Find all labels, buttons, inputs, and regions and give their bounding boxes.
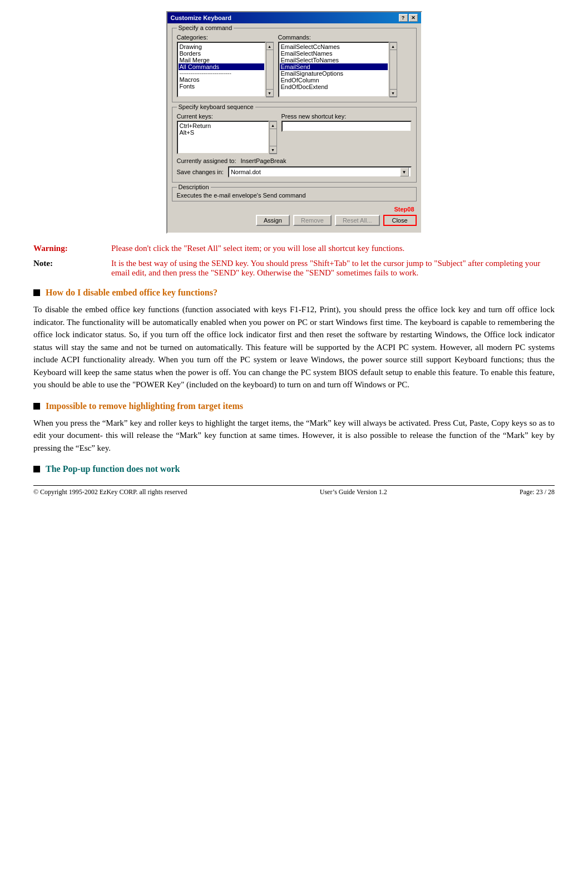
close-button[interactable]: Close [383, 215, 417, 226]
specify-command-label: Specify a command [177, 24, 234, 31]
shortcut-key-input[interactable] [281, 121, 412, 132]
category-fonts[interactable]: Fonts [179, 83, 264, 90]
note-section: Note: It is the best way of using the SE… [33, 259, 555, 278]
bullet-icon-3 [33, 466, 40, 472]
scroll-up-arrow[interactable]: ▲ [266, 42, 274, 50]
keyboard-seq-columns: Current keys: Ctrl+Return Alt+S ▲ ▼ [177, 113, 412, 154]
current-keys-label: Current keys: [177, 113, 277, 120]
scroll-down-arrow[interactable]: ▼ [266, 89, 274, 97]
section-popup-title: The Pop-up function does not work [46, 464, 180, 474]
section-impossible-heading: Impossible to remove highlighting from t… [33, 401, 555, 411]
save-changes-row: Save changes in: Normal.dot ▼ [177, 166, 412, 178]
warning-text: Please don't click the "Reset All" selec… [111, 244, 404, 253]
cmd-end-of-doc-extend[interactable]: EndOfDocExtend [280, 83, 388, 90]
section-impossible-title: Impossible to remove highlighting from t… [46, 401, 243, 411]
description-text: Executes the e-mail envelope's Send comm… [177, 192, 412, 199]
current-keys-container: Ctrl+Return Alt+S ▲ ▼ [177, 121, 277, 154]
cmd-email-select-to[interactable]: EmailSelectToNames [280, 57, 388, 63]
commands-label: Commands: [278, 34, 397, 41]
command-columns: Categories: Drawing Borders Mail Merge A… [177, 34, 412, 97]
category-borders[interactable]: Borders [179, 50, 264, 57]
assigned-to-row: Currently assigned to: InsertPageBreak [177, 157, 412, 164]
bullet-icon-1 [33, 289, 40, 296]
current-keys-column: Current keys: Ctrl+Return Alt+S ▲ ▼ [177, 113, 277, 154]
current-keys-list[interactable]: Ctrl+Return Alt+S [177, 121, 269, 154]
category-divider: ---------------------------- [179, 70, 264, 76]
section-impossible-body: When you press the “Mark” key and roller… [33, 417, 555, 455]
warning-label: Warning: [33, 244, 78, 253]
category-all-commands[interactable]: All Commands [179, 63, 264, 70]
description-label: Description [177, 184, 211, 190]
assigned-label: Currently assigned to: [177, 157, 236, 164]
commands-column: Commands: EmailSelectCcNames EmailSelect… [278, 34, 397, 97]
cmd-email-send[interactable]: EmailSend [280, 63, 388, 70]
section-embed-office-title: How do I disable embed office key functi… [46, 288, 218, 298]
press-new-label: Press new shortcut key: [281, 113, 412, 120]
section-embed-office-heading: How do I disable embed office key functi… [33, 288, 555, 298]
dialog-body: Specify a command Categories: Drawing Bo… [167, 23, 421, 233]
footer-version: User’s Guide Version 1.2 [320, 488, 387, 496]
save-changes-dropdown[interactable]: Normal.dot ▼ [228, 166, 412, 178]
categories-list[interactable]: Drawing Borders Mail Merge All Commands … [177, 42, 266, 97]
description-group: Description Executes the e-mail envelope… [172, 187, 417, 201]
keys-scroll-down[interactable]: ▼ [269, 146, 277, 154]
assign-button[interactable]: Assign [256, 215, 290, 226]
assigned-value: InsertPageBreak [241, 157, 286, 164]
warning-section: Warning: Please don't click the "Reset A… [33, 244, 555, 253]
warning-indent: Please don't click the "Reset All" selec… [78, 244, 404, 253]
category-macros[interactable]: Macros [179, 76, 264, 83]
step-label: Step08 [172, 206, 417, 213]
section-popup-heading: The Pop-up function does not work [33, 464, 555, 474]
categories-label: Categories: [177, 34, 274, 41]
note-text: It is the best way of using the SEND key… [78, 259, 555, 278]
category-mail-merge[interactable]: Mail Merge [179, 57, 264, 63]
specify-command-group: Specify a command Categories: Drawing Bo… [172, 28, 417, 102]
dialog-container: Customize Keyboard ? ✕ Specify a command… [33, 11, 555, 234]
key-ctrl-return[interactable]: Ctrl+Return [179, 122, 268, 129]
titlebar-buttons: ? ✕ [399, 14, 418, 22]
save-changes-label: Save changes in: [177, 169, 224, 175]
customize-keyboard-dialog: Customize Keyboard ? ✕ Specify a command… [166, 11, 422, 234]
keyboard-sequence-group: Specify keyboard sequence Current keys: … [172, 107, 417, 183]
cmd-email-select-names[interactable]: EmailSelectNames [280, 50, 388, 57]
note-label: Note: [33, 259, 78, 278]
commands-scrollbar[interactable]: ▲ ▼ [389, 42, 397, 97]
remove-button[interactable]: Remove [293, 215, 332, 226]
keys-scrollbar[interactable]: ▲ ▼ [269, 121, 277, 154]
dialog-titlebar: Customize Keyboard ? ✕ [167, 12, 421, 23]
dialog-title: Customize Keyboard [171, 14, 231, 21]
cmd-end-of-column[interactable]: EndOfColumn [280, 77, 388, 83]
cmd-email-select-cc[interactable]: EmailSelectCcNames [280, 43, 388, 50]
dialog-buttons: Assign Remove Reset All... Close [172, 213, 417, 228]
cmd-scroll-up[interactable]: ▲ [389, 42, 397, 50]
commands-list-container: EmailSelectCcNames EmailSelectNames Emai… [278, 42, 397, 97]
save-changes-value: Normal.dot [231, 169, 261, 175]
categories-list-container: Drawing Borders Mail Merge All Commands … [177, 42, 274, 97]
footer-page: Page: 23 / 28 [520, 488, 555, 496]
help-button[interactable]: ? [399, 14, 408, 22]
close-titlebar-button[interactable]: ✕ [409, 14, 418, 22]
category-drawing[interactable]: Drawing [179, 43, 264, 50]
cmd-email-sig-options[interactable]: EmailSignatureOptions [280, 70, 388, 77]
page-content: Warning: Please don't click the "Reset A… [33, 244, 555, 474]
keyboard-sequence-label: Specify keyboard sequence [177, 104, 255, 110]
commands-list[interactable]: EmailSelectCcNames EmailSelectNames Emai… [278, 42, 389, 97]
cmd-scroll-down[interactable]: ▼ [389, 89, 397, 97]
key-alt-s[interactable]: Alt+S [179, 129, 268, 136]
categories-column: Categories: Drawing Borders Mail Merge A… [177, 34, 274, 97]
footer-copyright: © Copyright 1995-2002 EzKey CORP. all ri… [33, 488, 187, 496]
section-embed-office-body: To disable the embed office key function… [33, 303, 555, 391]
dropdown-arrow-icon[interactable]: ▼ [400, 167, 409, 176]
footer: © Copyright 1995-2002 EzKey CORP. all ri… [33, 485, 555, 496]
categories-scrollbar[interactable]: ▲ ▼ [266, 42, 274, 97]
reset-all-button[interactable]: Reset All... [335, 215, 380, 226]
bullet-icon-2 [33, 403, 40, 410]
new-shortcut-column: Press new shortcut key: [281, 113, 412, 154]
keys-scroll-up[interactable]: ▲ [269, 121, 277, 129]
